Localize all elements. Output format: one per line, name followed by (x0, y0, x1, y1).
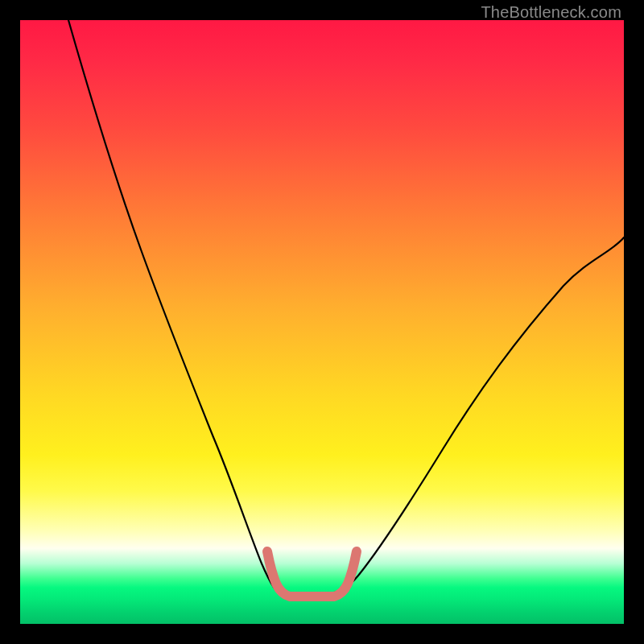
plot-area (20, 20, 624, 624)
optimal-flat-marker (267, 551, 357, 597)
chart-frame: TheBottleneck.com (0, 0, 644, 644)
watermark-text: TheBottleneck.com (481, 3, 621, 22)
curve-layer (20, 20, 624, 624)
bottleneck-curve (68, 20, 624, 593)
